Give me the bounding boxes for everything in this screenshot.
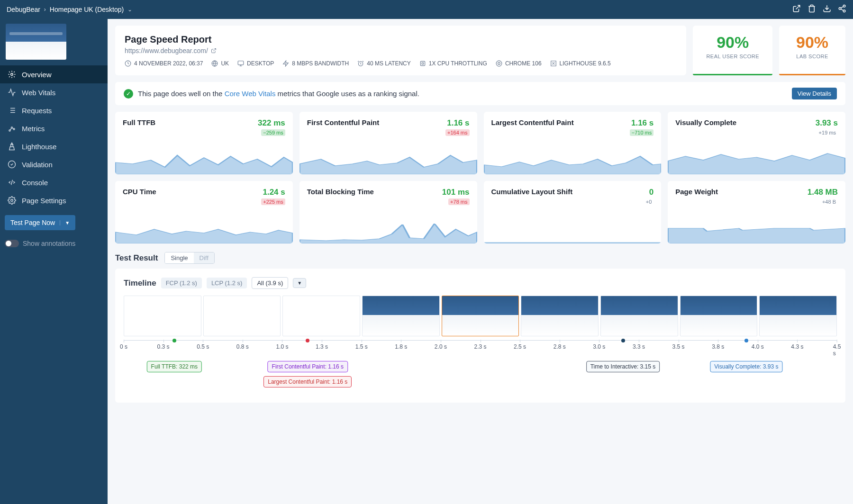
metric-card-page-weight[interactable]: Page Weight 1.48 MB +48 B [668,181,845,243]
axis-tick: 3.5 s [672,343,685,350]
test-page-now-button[interactable]: Test Page Now ▼ [5,215,75,230]
diff-tab[interactable]: Diff [194,252,214,263]
metric-card-cumulative-layout-shift[interactable]: Cumulative Layout Shift 0 +0 [484,181,662,243]
metric-name: CPU Time [123,188,156,196]
event-ttfb[interactable]: Full TTFB: 322 ms [147,361,202,372]
page-thumbnail[interactable] [6,24,66,60]
sidebar-item-web-vitals[interactable]: Web Vitals [0,83,108,101]
open-external-icon[interactable] [211,48,217,54]
trash-icon[interactable] [808,4,816,15]
metric-card-largest-contentful-paint[interactable]: Largest Contentful Paint 1.16 s −710 ms [484,112,662,174]
sidebar-item-label: Validation [22,161,53,169]
filmstrip-frame[interactable] [759,296,837,336]
sparkline [299,146,477,174]
test-button-label: Test Page Now [10,219,55,226]
score-label: REAL USER SCORE [706,54,759,59]
download-icon[interactable] [823,4,831,15]
metric-card-full-ttfb[interactable]: Full TTFB 322 ms −259 ms [115,112,293,174]
nav-icon [8,88,16,97]
axis-tick: 1.5 s [355,343,368,350]
axis-tick: 0.5 s [197,343,209,350]
metric-name: Largest Contentful Paint [491,118,574,126]
nav-icon [8,196,16,205]
event-lcp[interactable]: Largest Contentful Paint: 1.16 s [263,376,352,387]
metric-value: 1.24 s [261,188,285,197]
sidebar-item-label: Overview [22,71,52,79]
sparkline [484,146,662,174]
svg-point-14 [11,199,13,202]
result-mode-toggle[interactable]: Single Diff [164,252,214,264]
single-tab[interactable]: Single [165,252,193,263]
meta-region: UK [211,60,229,67]
marker-vc [744,339,748,342]
sidebar-item-label: Page Settings [22,197,66,205]
sidebar-item-label: Metrics [22,125,45,133]
sidebar-item-validation[interactable]: Validation [0,155,108,173]
sidebar-item-lighthouse[interactable]: Lighthouse [0,137,108,155]
metric-card-cpu-time[interactable]: CPU Time 1.24 s +225 ms [115,181,293,243]
svg-point-10 [9,130,10,131]
metric-delta: +0 [644,198,654,205]
axis-tick: 1.0 s [276,343,288,350]
timeline-dropdown[interactable]: ▼ [293,278,306,288]
metric-name: Cumulative Layout Shift [491,188,573,196]
event-fcp[interactable]: First Contentful Paint: 1.16 s [268,361,348,372]
timeline-axis: 0 s0.3 s0.5 s0.8 s1.0 s1.3 s1.5 s1.8 s2.… [124,340,837,359]
show-annotations-toggle[interactable]: Show annotations [0,236,108,251]
core-web-vitals-link[interactable]: Core Web Vitals [225,90,276,98]
metric-card-first-contentful-paint[interactable]: First Contentful Paint 1.16 s +164 ms [299,112,477,174]
timeline-tab-all[interactable]: All (3.9 s) [252,277,288,289]
sidebar-item-requests[interactable]: Requests [0,101,108,119]
timeline-tab-lcp[interactable]: LCP (1.2 s) [207,278,247,288]
sidebar-item-overview[interactable]: Overview [0,65,108,83]
filmstrip-frame[interactable] [362,296,440,336]
marker-ttfb [172,339,176,342]
filmstrip-frame[interactable] [680,296,758,336]
metric-name: Total Blocking Time [307,188,374,196]
axis-tick: 3.0 s [593,343,605,350]
view-details-button[interactable]: View Details [792,88,837,99]
filmstrip-frame[interactable] [124,296,201,336]
axis-tick: 0.8 s [236,343,249,350]
meta-cpu: 1X CPU THROTTLING [419,60,487,67]
share-icon[interactable] [838,4,846,15]
nav-icon [8,124,16,133]
sidebar-item-label: Web Vitals [22,89,55,97]
metric-card-visually-complete[interactable]: Visually Complete 3.93 s +19 ms [668,112,845,174]
metric-name: Full TTFB [123,118,155,126]
axis-tick: 4.0 s [752,343,764,350]
report-header-card: Page Speed Report https://www.debugbear.… [115,26,686,75]
filmstrip-frame[interactable] [282,296,360,336]
chevron-down-icon[interactable]: ⌄ [127,6,132,13]
report-url[interactable]: https://www.debugbear.com/ [125,47,677,54]
filmstrip-frame[interactable] [521,296,599,336]
sidebar-item-console[interactable]: Console [0,173,108,191]
sparkline [484,215,662,243]
svg-rect-17 [238,61,244,65]
test-result-title: Test Result [115,253,158,263]
real-user-score-card[interactable]: 90% REAL USER SCORE [693,26,772,75]
metric-value: 3.93 s [816,118,838,128]
metric-name: First Contentful Paint [307,118,380,126]
breadcrumb[interactable]: DebugBear › Homepage UK (Desktop) ⌄ [7,6,132,13]
metric-card-total-blocking-time[interactable]: Total Blocking Time 101 ms +78 ms [299,181,477,243]
score-label: LAB SCORE [792,54,832,59]
chevron-down-icon[interactable]: ▼ [60,220,70,225]
sidebar-item-page-settings[interactable]: Page Settings [0,191,108,209]
svg-point-21 [496,61,502,66]
timeline-card: Timeline FCP (1.2 s) LCP (1.2 s) All (3.… [115,269,845,403]
metric-value: 1.48 MB [808,188,838,197]
open-external-icon[interactable] [792,4,801,15]
meta-device: DESKTOP [237,60,274,67]
filmstrip-frame[interactable] [203,296,281,336]
check-circle-icon: ✓ [124,89,133,99]
toggle-switch[interactable] [5,240,19,247]
filmstrip-frame-lcp[interactable] [442,296,519,336]
filmstrip-frame[interactable] [600,296,678,336]
lab-score-card[interactable]: 90% LAB SCORE [779,26,845,75]
event-tti[interactable]: Time to Interactive: 3.15 s [586,361,660,372]
sidebar-item-label: Lighthouse [22,143,56,151]
sidebar-item-metrics[interactable]: Metrics [0,119,108,137]
timeline-tab-fcp[interactable]: FCP (1.2 s) [161,278,202,288]
event-vc[interactable]: Visually Complete: 3.93 s [710,361,782,372]
